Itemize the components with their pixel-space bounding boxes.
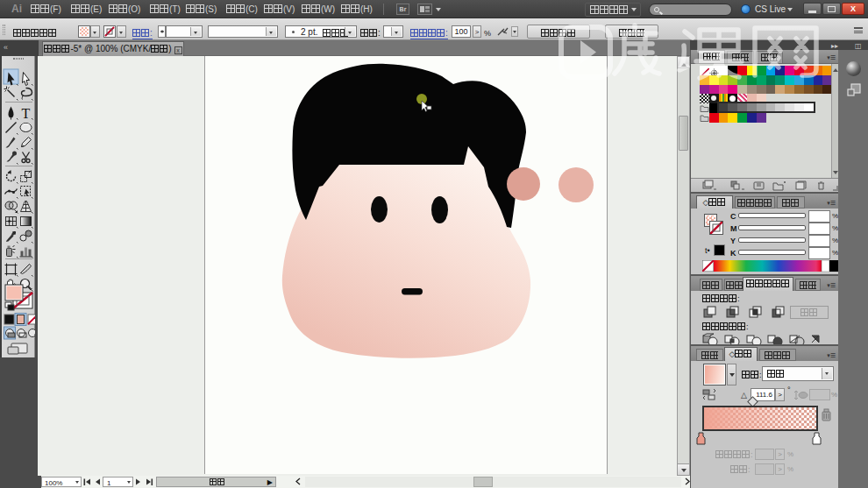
svg-text:T: T <box>22 106 31 121</box>
